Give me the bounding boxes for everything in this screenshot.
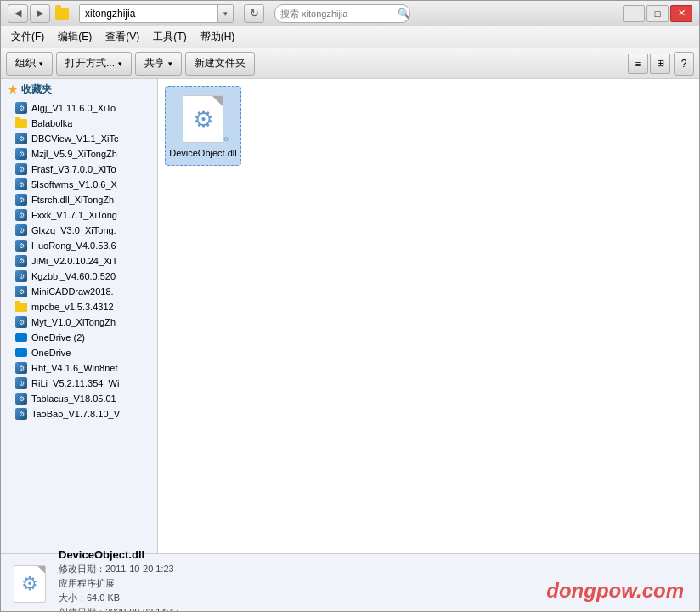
gear-icon: ⚙ — [193, 105, 214, 133]
organize-label: 组织 — [15, 56, 36, 71]
open-with-label: 打开方式... — [65, 56, 115, 71]
menu-item-0[interactable]: 文件(F) — [4, 28, 51, 46]
sidebar-item-label-10: JiMi_V2.0.10.24_XiT — [31, 256, 118, 266]
status-gear-icon: ⚙ — [21, 573, 38, 595]
status-bar: ⚙ DeviceObject.dll 修改日期：2011-10-20 1:23 … — [1, 553, 699, 612]
sidebar-item-14[interactable]: ⚙Myt_V1.0_XiTongZh — [1, 314, 157, 330]
sidebar-item-label-4: Frasf_V3.7.0.0_XiTo — [31, 164, 116, 174]
sidebar-item-11[interactable]: ⚙Kgzbbl_V4.60.0.520 — [1, 269, 157, 284]
sidebar-item-5[interactable]: ⚙5Isoftwms_V1.0.6_X — [1, 177, 157, 192]
sidebar-item-12[interactable]: ⚙MiniCADDraw2018. — [1, 284, 157, 299]
sidebar-item-icon-20: ⚙ — [14, 409, 28, 419]
status-created: 创建日期：2020-08-03 14:47 — [59, 606, 179, 612]
sidebar-item-label-20: TaoBao_V1.7.8.10_V — [31, 409, 120, 419]
search-icon[interactable]: 🔍 — [398, 8, 410, 20]
sidebar-item-20[interactable]: ⚙TaoBao_V1.7.8.10_V — [1, 406, 157, 422]
sidebar-item-label-7: Fxxk_V1.7.1_XiTong — [31, 210, 117, 220]
maximize-button[interactable]: □ — [646, 5, 669, 22]
sidebar-item-icon-6: ⚙ — [14, 195, 28, 205]
status-type: 应用程序扩展 — [59, 577, 179, 590]
sidebar-item-icon-4: ⚙ — [14, 164, 28, 174]
sidebar-item-icon-9: ⚙ — [14, 241, 28, 251]
view-size-button[interactable]: ⊞ — [650, 54, 670, 74]
favorites-header[interactable]: ★ 收藏夹 — [1, 79, 157, 100]
sidebar-item-label-18: RiLi_V5.2.11.354_Wi — [31, 378, 119, 388]
sidebar-item-19[interactable]: ⚙Tablacus_V18.05.01 — [1, 391, 157, 406]
toolbar: 组织 ▾ 打开方式... ▾ 共享 ▾ 新建文件夹 ≡ ⊞ ? — [1, 48, 699, 79]
sidebar-item-label-5: 5Isoftwms_V1.0.6_X — [31, 179, 117, 190]
menu-item-1[interactable]: 编辑(E) — [51, 28, 99, 46]
menu-bar: 文件(F)编辑(E)查看(V)工具(T)帮助(H) — [1, 26, 699, 48]
status-modified: 修改日期：2011-10-20 1:23 — [59, 563, 179, 575]
sidebar-item-label-17: Rbf_V4.1.6_Win8net — [31, 363, 118, 373]
status-size: 大小：64.0 KB — [59, 592, 179, 604]
sidebar-item-icon-18: ⚙ — [14, 378, 28, 388]
open-with-button[interactable]: 打开方式... ▾ — [56, 52, 132, 76]
share-button[interactable]: 共享 ▾ — [135, 52, 182, 76]
sidebar-item-6[interactable]: ⚙Ftsrch.dll_XiTongZh — [1, 192, 157, 207]
menu-item-2[interactable]: 查看(V) — [99, 28, 146, 46]
close-button[interactable]: ✕ — [670, 5, 692, 22]
file-label: DeviceObject.dll — [169, 148, 236, 158]
address-dropdown[interactable]: ▾ — [217, 4, 233, 23]
menu-item-4[interactable]: 帮助(H) — [194, 28, 242, 46]
help-label: ? — [681, 58, 687, 70]
sidebar-item-3[interactable]: ⚙Mzjl_V5.9_XiTongZh — [1, 146, 157, 162]
favorites-label: 收藏夹 — [21, 82, 52, 97]
sidebar-item-icon-11: ⚙ — [14, 271, 28, 281]
sidebar-item-icon-10: ⚙ — [14, 256, 28, 266]
sidebar-item-9[interactable]: ⚙HuoRong_V4.0.53.6 — [1, 238, 157, 253]
sidebar-item-label-11: Kgzbbl_V4.60.0.520 — [31, 271, 116, 281]
new-folder-button[interactable]: 新建文件夹 — [185, 52, 255, 76]
nav-buttons: ◀ ▶ — [8, 4, 50, 23]
forward-button[interactable]: ▶ — [30, 4, 50, 23]
organize-button[interactable]: 组织 ▾ — [6, 52, 53, 76]
sidebar-item-label-13: mpcbe_v1.5.3.4312 — [31, 302, 114, 312]
sidebar-item-label-0: Algj_V1.11.6.0_XiTo — [31, 103, 116, 113]
open-with-arrow: ▾ — [118, 60, 122, 68]
sidebar-item-label-9: HuoRong_V4.0.53.6 — [31, 241, 116, 251]
refresh-button[interactable]: ↻ — [244, 4, 264, 23]
sidebar-item-8[interactable]: ⚙Glxzq_V3.0_XiTong. — [1, 223, 157, 238]
sidebar-item-7[interactable]: ⚙Fxxk_V1.7.1_XiTong — [1, 207, 157, 223]
sidebar-item-icon-15 — [14, 332, 28, 343]
sidebar-item-10[interactable]: ⚙JiMi_V2.0.10.24_XiT — [1, 253, 157, 269]
sidebar-item-label-3: Mzjl_V5.9_XiTongZh — [31, 149, 117, 159]
address-input[interactable] — [80, 8, 217, 20]
sidebar-item-16[interactable]: OneDrive — [1, 345, 157, 360]
sidebar-item-2[interactable]: ⚙DBCView_V1.1_XiTc — [1, 131, 157, 146]
sidebar-item-icon-19: ⚙ — [14, 394, 28, 404]
watermark: dongpow.com — [546, 579, 684, 603]
sidebar-item-icon-12: ⚙ — [14, 286, 28, 297]
sidebar-item-label-2: DBCView_V1.1_XiTc — [31, 133, 119, 144]
main-area: ⚙ ⚙ DeviceObject.dll — [158, 79, 699, 553]
sidebar-item-18[interactable]: ⚙RiLi_V5.2.11.354_Wi — [1, 376, 157, 391]
star-icon: ★ — [8, 83, 18, 96]
view-toggle-button[interactable]: ≡ — [628, 54, 648, 74]
sidebar-item-13[interactable]: mpcbe_v1.5.3.4312 — [1, 299, 157, 314]
sidebar-item-4[interactable]: ⚙Frasf_V3.7.0.0_XiTo — [1, 162, 157, 177]
sidebar-item-icon-0: ⚙ — [14, 103, 28, 113]
minimize-button[interactable]: ─ — [623, 5, 645, 22]
sidebar-item-label-1: Balabolka — [31, 118, 72, 128]
search-input[interactable] — [280, 8, 398, 19]
sidebar-item-label-19: Tablacus_V18.05.01 — [31, 394, 116, 404]
back-button[interactable]: ◀ — [8, 4, 28, 23]
status-info: DeviceObject.dll 修改日期：2011-10-20 1:23 应用… — [59, 548, 179, 612]
window-controls: ─ □ ✕ — [623, 5, 692, 22]
sidebar-item-0[interactable]: ⚙Algj_V1.11.6.0_XiTo — [1, 100, 157, 116]
sidebar-item-1[interactable]: Balabolka — [1, 116, 157, 131]
help-button[interactable]: ? — [674, 52, 694, 76]
title-bar: ◀ ▶ ▾ ↻ 🔍 ─ □ ✕ — [1, 1, 699, 26]
address-bar[interactable]: ▾ — [79, 4, 234, 23]
view-buttons: ≡ ⊞ — [628, 54, 670, 74]
new-folder-label: 新建文件夹 — [195, 56, 246, 71]
sidebar-item-label-8: Glxzq_V3.0_XiTong. — [31, 225, 116, 235]
menu-item-3[interactable]: 工具(T) — [146, 28, 193, 46]
sidebar-item-icon-16 — [14, 348, 28, 358]
organize-arrow: ▾ — [39, 60, 43, 68]
sidebar-item-17[interactable]: ⚙Rbf_V4.1.6_Win8net — [1, 360, 157, 376]
sidebar-item-15[interactable]: OneDrive (2) — [1, 330, 157, 345]
file-item[interactable]: ⚙ ⚙ DeviceObject.dll — [165, 86, 241, 166]
sidebar-item-label-6: Ftsrch.dll_XiTongZh — [31, 195, 114, 205]
